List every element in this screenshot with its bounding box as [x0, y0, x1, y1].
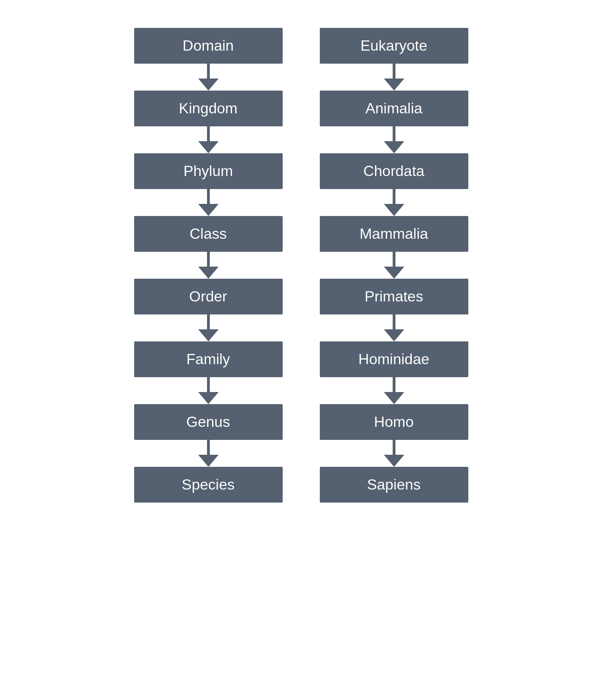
arrow-line [207, 440, 210, 455]
arrow-head [384, 455, 404, 467]
arrow-3 [198, 252, 219, 279]
arrow-3 [384, 252, 404, 279]
arrow-4 [384, 314, 404, 341]
arrow-line [393, 189, 395, 204]
arrow-5 [384, 377, 404, 404]
taxonomy-box-species: Species [134, 467, 283, 503]
arrow-line [393, 126, 395, 141]
arrow-line [207, 377, 210, 392]
arrow-line [207, 314, 210, 329]
arrow-head [198, 455, 219, 467]
arrow-1 [198, 126, 219, 153]
arrow-2 [384, 189, 404, 216]
taxonomy-box-hominidae: Hominidae [320, 341, 468, 377]
arrow-line [207, 189, 210, 204]
arrow-line [393, 377, 395, 392]
taxonomy-box-order: Order [134, 279, 283, 314]
arrow-line [393, 314, 395, 329]
taxonomy-box-family: Family [134, 341, 283, 377]
arrow-6 [384, 440, 404, 467]
arrow-4 [198, 314, 219, 341]
taxonomy-box-eukaryote: Eukaryote [320, 28, 468, 64]
arrow-head [198, 204, 219, 216]
arrow-head [384, 392, 404, 404]
arrow-line [393, 64, 395, 79]
arrow-head [198, 79, 219, 91]
taxonomy-box-kingdom: Kingdom [134, 91, 283, 126]
arrow-head [198, 392, 219, 404]
taxonomy-diagram: DomainKingdomPhylumClassOrderFamilyGenus… [134, 28, 468, 503]
taxonomy-box-animalia: Animalia [320, 91, 468, 126]
arrow-line [207, 126, 210, 141]
right-column: EukaryoteAnimaliaChordataMammaliaPrimate… [320, 28, 468, 503]
taxonomy-box-phylum: Phylum [134, 153, 283, 189]
arrow-6 [198, 440, 219, 467]
arrow-1 [384, 126, 404, 153]
arrow-0 [384, 64, 404, 91]
arrow-head [384, 267, 404, 279]
taxonomy-box-chordata: Chordata [320, 153, 468, 189]
arrow-head [384, 329, 404, 341]
taxonomy-box-primates: Primates [320, 279, 468, 314]
arrow-head [384, 204, 404, 216]
taxonomy-box-sapiens: Sapiens [320, 467, 468, 503]
taxonomy-box-homo: Homo [320, 404, 468, 440]
taxonomy-box-mammalia: Mammalia [320, 216, 468, 252]
arrow-head [384, 141, 404, 153]
left-column: DomainKingdomPhylumClassOrderFamilyGenus… [134, 28, 283, 503]
taxonomy-box-genus: Genus [134, 404, 283, 440]
arrow-line [393, 440, 395, 455]
arrow-head [198, 329, 219, 341]
arrow-line [393, 252, 395, 267]
arrow-head [198, 267, 219, 279]
taxonomy-box-domain: Domain [134, 28, 283, 64]
arrow-2 [198, 189, 219, 216]
arrow-head [384, 79, 404, 91]
arrow-0 [198, 64, 219, 91]
arrow-line [207, 64, 210, 79]
arrow-head [198, 141, 219, 153]
taxonomy-box-class: Class [134, 216, 283, 252]
arrow-5 [198, 377, 219, 404]
arrow-line [207, 252, 210, 267]
